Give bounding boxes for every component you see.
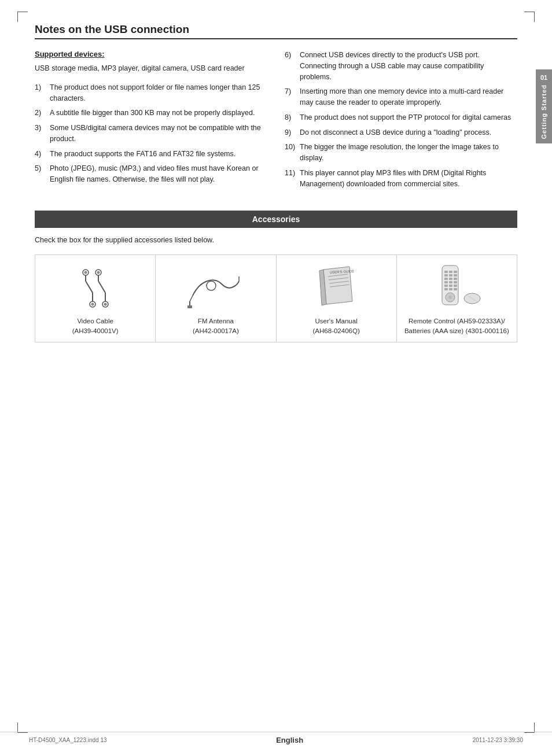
footer-left: HT-D4500_XAA_1223.indd 13: [29, 737, 107, 743]
accessory-fm-antenna: FM Antenna (AH42-00017A): [156, 255, 276, 342]
list-item: 5) Photo (JPEG), music (MP3,) and video …: [35, 163, 267, 185]
right-column: 6) Connect USB devices directly to the p…: [285, 50, 517, 193]
svg-text:USER'S GUIDE: USER'S GUIDE: [329, 270, 354, 274]
item-text: Do not disconnect a USB device during a …: [300, 127, 491, 138]
svg-rect-38: [454, 281, 457, 283]
svg-point-14: [207, 281, 216, 290]
list-item: 10) The bigger the image resolution, the…: [285, 142, 517, 164]
footer: HT-D4500_XAA_1223.indd 13 English 2011-1…: [0, 732, 552, 744]
item-text: Some USB/digital camera devices may not …: [50, 123, 267, 145]
svg-point-8: [97, 271, 100, 274]
svg-rect-40: [449, 285, 452, 287]
item-num: 10): [285, 142, 297, 153]
svg-rect-33: [444, 278, 448, 280]
footer-right: 2011-12-23 3:39:30: [473, 737, 523, 743]
video-cable-image: [75, 263, 116, 311]
remote-control-image: [425, 263, 488, 311]
list-item: 7) Inserting more than one memory device…: [285, 86, 517, 108]
supported-devices-text: USB storage media, MP3 player, digital c…: [35, 63, 267, 74]
svg-line-3: [86, 281, 93, 293]
list-item: 4) The praoduct supports the FAT16 and F…: [35, 149, 267, 160]
svg-rect-41: [454, 285, 457, 287]
svg-rect-32: [454, 274, 457, 276]
item-num: 9): [285, 127, 297, 138]
footer-center: English: [276, 736, 303, 744]
fm-antenna-image: [187, 263, 245, 311]
item-text: A subtitle file bigger than 300 KB may n…: [50, 108, 255, 119]
item-text: Inserting more than one memory device in…: [300, 86, 517, 108]
accessories-header: Accessories: [35, 211, 517, 228]
item-num: 1): [35, 82, 47, 93]
accessory-users-manual: USER'S GUIDE User's Manual (AH68-02406Q): [277, 255, 397, 342]
item-num: 3): [35, 123, 47, 134]
svg-line-15: [190, 296, 193, 301]
svg-line-10: [98, 281, 105, 293]
list-item: 11) This player cannot play MP3 files wi…: [285, 168, 517, 190]
left-notes-list: 1) The product does not support folder o…: [35, 82, 267, 185]
video-cable-label: Video Cable (AH39-40001V): [72, 316, 119, 337]
item-text: Connect USB devices directly to the prod…: [300, 50, 517, 82]
item-text: The bigger the image resolution, the lon…: [300, 142, 517, 164]
item-num: 5): [35, 163, 47, 174]
list-item: 3) Some USB/digital camera devices may n…: [35, 123, 267, 145]
svg-rect-44: [454, 288, 457, 290]
svg-rect-43: [449, 288, 452, 290]
svg-rect-27: [444, 271, 448, 273]
accessories-grid: Video Cable (AH39-40001V): [35, 255, 517, 342]
svg-rect-34: [449, 278, 452, 280]
svg-rect-28: [449, 271, 452, 273]
supported-devices-label: Supported devices:: [35, 50, 267, 58]
svg-point-1: [84, 271, 87, 274]
accessories-section: Accessories Check the box for the suppli…: [35, 211, 517, 342]
svg-point-46: [448, 296, 452, 299]
item-num: 6): [285, 50, 297, 61]
remote-control-label: Remote Control (AH59-02333A)/ Batteries …: [404, 316, 509, 337]
svg-rect-36: [444, 281, 448, 283]
svg-rect-42: [444, 288, 448, 290]
page-container: Notes on the USB connection Supported de…: [0, 0, 552, 756]
svg-rect-31: [449, 274, 452, 276]
svg-point-6: [91, 303, 94, 306]
item-text: The product does not support folder or f…: [50, 82, 267, 104]
list-item: 1) The product does not support folder o…: [35, 82, 267, 104]
accessory-video-cable: Video Cable (AH39-40001V): [35, 255, 156, 342]
svg-rect-30: [444, 274, 448, 276]
list-item: 6) Connect USB devices directly to the p…: [285, 50, 517, 82]
svg-rect-37: [449, 281, 452, 283]
main-content: Supported devices: USB storage media, MP…: [35, 50, 517, 193]
item-text: Photo (JPEG), music (MP3,) and video fil…: [50, 163, 267, 185]
item-text: The praoduct supports the FAT16 and FAT3…: [50, 149, 235, 160]
svg-rect-17: [187, 305, 192, 308]
left-column: Supported devices: USB storage media, MP…: [35, 50, 267, 193]
item-num: 2): [35, 108, 47, 119]
item-num: 4): [35, 149, 47, 160]
svg-point-13: [104, 303, 106, 306]
list-item: 2) A subtitle file bigger than 300 KB ma…: [35, 108, 267, 119]
item-text: The product does not support the PTP pro…: [300, 112, 511, 123]
section-title: Notes on the USB connection: [35, 23, 517, 39]
svg-rect-39: [444, 285, 448, 287]
accessory-remote-control: Remote Control (AH59-02333A)/ Batteries …: [397, 255, 517, 342]
list-item: 8) The product does not support the PTP …: [285, 112, 517, 123]
list-item: 9) Do not disconnect a USB device during…: [285, 127, 517, 138]
item-text: This player cannot play MP3 files with D…: [300, 168, 517, 190]
item-num: 11): [285, 168, 297, 179]
users-manual-label: User's Manual (AH68-02406Q): [313, 316, 360, 337]
item-num: 7): [285, 86, 297, 97]
fm-antenna-label: FM Antenna (AH42-00017A): [193, 316, 239, 337]
svg-rect-35: [454, 278, 457, 280]
item-num: 8): [285, 112, 297, 123]
accessories-intro: Check the box for the supplied accessori…: [35, 236, 517, 244]
users-manual-image: USER'S GUIDE: [315, 263, 358, 311]
svg-rect-29: [454, 271, 457, 273]
right-notes-list: 6) Connect USB devices directly to the p…: [285, 50, 517, 189]
